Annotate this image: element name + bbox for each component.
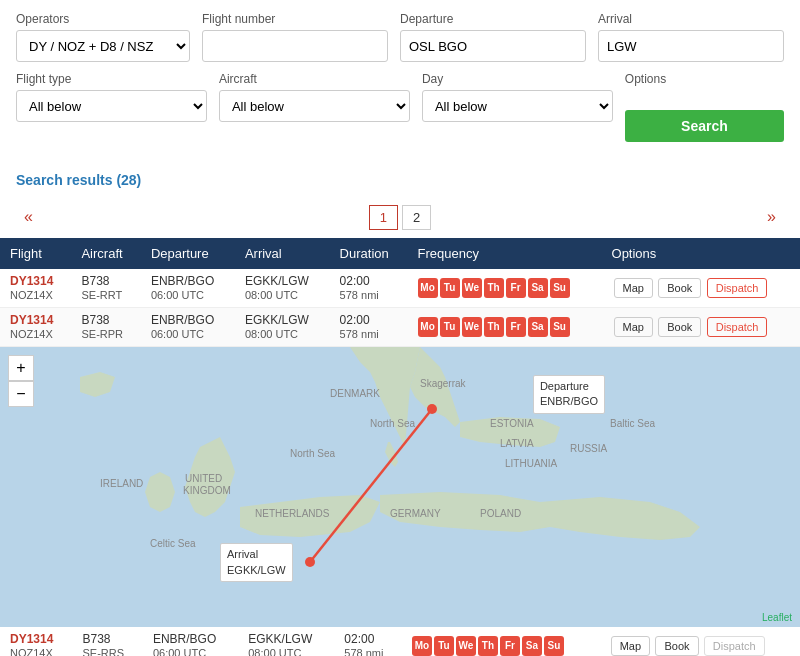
cell-departure: ENBR/BGO 06:00 UTC: [141, 308, 235, 347]
col-flight: Flight: [0, 238, 71, 269]
day-select[interactable]: All below: [422, 90, 613, 122]
flight-link-main[interactable]: DY1314: [10, 274, 53, 288]
departure-sub: 06:00 UTC: [151, 328, 204, 340]
flight-sub: NOZ14X: [10, 289, 53, 301]
cell-aircraft: B738 SE-RRS: [72, 627, 142, 656]
flight-link-main[interactable]: DY1314: [10, 313, 53, 327]
search-button[interactable]: Search: [625, 110, 784, 142]
zoom-in-button[interactable]: +: [8, 355, 34, 381]
operators-select[interactable]: DY / NOZ + D8 / NSZ: [16, 30, 190, 62]
duration-sub: 578 nmi: [340, 289, 379, 301]
arrival-main: EGKK/LGW: [245, 313, 309, 327]
freq-badge-su: Su: [550, 317, 570, 337]
svg-text:NETHERLANDS: NETHERLANDS: [255, 508, 330, 519]
col-frequency: Frequency: [408, 238, 602, 269]
page-1-button[interactable]: 1: [369, 205, 398, 230]
cell-frequency: MoTuWeThFrSaSu: [408, 308, 602, 347]
col-arrival: Arrival: [235, 238, 330, 269]
freq-badge-we: We: [462, 278, 482, 298]
cell-arrival: EGKK/LGW 08:00 UTC: [235, 308, 330, 347]
cell-flight: DY1314 NOZ14X: [0, 308, 71, 347]
freq-badge-fr: Fr: [506, 278, 526, 298]
cell-duration: 02:00 578 nmi: [330, 308, 408, 347]
duration-sub: 578 nmi: [340, 328, 379, 340]
departure-input[interactable]: [400, 30, 586, 62]
dispatch-button[interactable]: Dispatch: [704, 636, 765, 656]
aircraft-sub: SE-RRS: [82, 647, 124, 656]
next-page-button[interactable]: »: [759, 204, 784, 230]
flightnumber-group: Flight number: [202, 12, 388, 62]
svg-text:North Sea: North Sea: [290, 448, 335, 459]
leaflet-credit: Leaflet: [762, 612, 792, 623]
departure-main: ENBR/BGO: [151, 274, 214, 288]
aircraft-filter-label: Aircraft: [219, 72, 410, 86]
table-row: DY1314 NOZ14X B738 SE-RPR ENBR/BGO 06:00…: [0, 308, 800, 347]
arrival-input[interactable]: [598, 30, 784, 62]
map-button[interactable]: Map: [614, 317, 653, 337]
cell-frequency: MoTuWeThFrSaSu: [408, 269, 602, 308]
duration-sub: 578 nmi: [344, 647, 383, 656]
operators-group: Operators DY / NOZ + D8 / NSZ: [16, 12, 190, 62]
svg-text:ESTONIA: ESTONIA: [490, 418, 534, 429]
cell-options: Map Book Dispatch: [602, 308, 800, 347]
svg-text:LATVIA: LATVIA: [500, 438, 534, 449]
svg-text:IRELAND: IRELAND: [100, 478, 143, 489]
results-table: Flight Aircraft Departure Arrival Durati…: [0, 238, 800, 347]
book-button[interactable]: Book: [658, 317, 701, 337]
dispatch-button[interactable]: Dispatch: [707, 278, 768, 298]
leaflet-link[interactable]: Leaflet: [762, 612, 792, 623]
operators-label: Operators: [16, 12, 190, 26]
cell-options: Map Book Dispatch: [602, 269, 800, 308]
prev-page-button[interactable]: «: [16, 204, 41, 230]
freq-badge-sa: Sa: [528, 317, 548, 337]
cell-frequency: MoTuWeThFrSaSu: [402, 627, 599, 656]
freq-badge-we: We: [462, 317, 482, 337]
aircraft-filter-group: Aircraft All below: [219, 72, 410, 142]
freq-badge-su: Su: [544, 636, 564, 656]
aircraft-filter-select[interactable]: All below: [219, 90, 410, 122]
svg-point-3: [305, 557, 315, 567]
departure-label: Departure: [400, 12, 586, 26]
cell-flight: DY1314 NOZ14X: [0, 269, 71, 308]
arrival-sub: 08:00 UTC: [248, 647, 301, 656]
freq-badges: MoTuWeThFrSaSu: [418, 278, 592, 298]
arrival-label: Arrival: [598, 12, 784, 26]
flight-sub: NOZ14X: [10, 647, 53, 656]
results-header: Search results (28): [0, 164, 800, 196]
table-header-row: Flight Aircraft Departure Arrival Durati…: [0, 238, 800, 269]
flighttype-select[interactable]: All below: [16, 90, 207, 122]
col-options: Options: [602, 238, 800, 269]
map-button[interactable]: Map: [614, 278, 653, 298]
arrival-sub: 08:00 UTC: [245, 328, 298, 340]
pagination: « 1 2 »: [0, 196, 800, 238]
duration-main: 02:00: [340, 274, 370, 288]
aircraft-sub: SE-RRT: [81, 289, 122, 301]
svg-text:Baltic Sea: Baltic Sea: [610, 418, 655, 429]
flight-link-main[interactable]: DY1314: [10, 632, 53, 646]
flighttype-label: Flight type: [16, 72, 207, 86]
freq-badges: MoTuWeThFrSaSu: [412, 636, 589, 656]
map-button[interactable]: Map: [611, 636, 650, 656]
departure-group: Departure: [400, 12, 586, 62]
book-button[interactable]: Book: [655, 636, 698, 656]
dispatch-button[interactable]: Dispatch: [707, 317, 768, 337]
cell-duration: 02:00 578 nmi: [334, 627, 402, 656]
freq-badge-th: Th: [478, 636, 498, 656]
day-label: Day: [422, 72, 613, 86]
aircraft-sub: SE-RPR: [81, 328, 123, 340]
freq-badge-tu: Tu: [434, 636, 454, 656]
col-aircraft: Aircraft: [71, 238, 140, 269]
zoom-out-button[interactable]: −: [8, 381, 34, 407]
flightnumber-input[interactable]: [202, 30, 388, 62]
cell-aircraft: B738 SE-RPR: [71, 308, 140, 347]
page-2-button[interactable]: 2: [402, 205, 431, 230]
day-group: Day All below: [422, 72, 613, 142]
svg-text:LITHUANIA: LITHUANIA: [505, 458, 558, 469]
book-button[interactable]: Book: [658, 278, 701, 298]
cell-aircraft: B738 SE-RRT: [71, 269, 140, 308]
cell-arrival: EGKK/LGW 08:00 UTC: [238, 627, 334, 656]
departure-main: ENBR/BGO: [151, 313, 214, 327]
svg-text:GERMANY: GERMANY: [390, 508, 441, 519]
freq-badge-we: We: [456, 636, 476, 656]
cell-arrival: EGKK/LGW 08:00 UTC: [235, 269, 330, 308]
